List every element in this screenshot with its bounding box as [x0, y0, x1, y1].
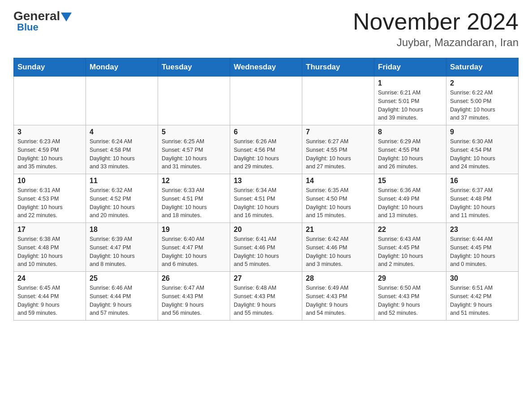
day-number: 28 [306, 274, 370, 283]
calendar-cell: 23Sunrise: 6:44 AMSunset: 4:45 PMDayligh… [446, 223, 519, 272]
day-number: 22 [378, 226, 442, 234]
calendar-cell: 1Sunrise: 6:21 AMSunset: 5:01 PMDaylight… [374, 77, 446, 125]
calendar-cell: 16Sunrise: 6:37 AMSunset: 4:48 PMDayligh… [446, 174, 519, 223]
day-number: 30 [450, 274, 515, 283]
calendar-cell [302, 77, 374, 125]
day-number: 10 [17, 177, 82, 185]
day-number: 25 [90, 274, 154, 283]
weekday-header-row: SundayMondayTuesdayWednesdayThursdayFrid… [14, 58, 519, 77]
calendar-cell: 9Sunrise: 6:30 AMSunset: 4:54 PMDaylight… [446, 125, 519, 174]
day-info: Sunrise: 6:46 AMSunset: 4:44 PMDaylight:… [90, 284, 154, 317]
calendar-table: SundayMondayTuesdayWednesdayThursdayFrid… [13, 58, 519, 321]
day-info: Sunrise: 6:22 AMSunset: 5:00 PMDaylight:… [450, 89, 515, 122]
logo: General Blue [13, 9, 72, 33]
calendar-cell: 18Sunrise: 6:39 AMSunset: 4:47 PMDayligh… [86, 223, 158, 272]
day-info: Sunrise: 6:26 AMSunset: 4:56 PMDaylight:… [234, 137, 298, 171]
calendar-cell: 11Sunrise: 6:32 AMSunset: 4:52 PMDayligh… [86, 174, 158, 223]
weekday-header-saturday: Saturday [446, 58, 519, 77]
day-number: 29 [378, 274, 442, 283]
day-info: Sunrise: 6:49 AMSunset: 4:43 PMDaylight:… [306, 284, 370, 317]
day-info: Sunrise: 6:32 AMSunset: 4:52 PMDaylight:… [90, 186, 154, 220]
calendar-week-row: 10Sunrise: 6:31 AMSunset: 4:53 PMDayligh… [14, 174, 519, 223]
page-header: General Blue November 2024 Juybar, Mazan… [13, 9, 519, 49]
logo-blue-text: Blue [17, 21, 39, 33]
title-area: November 2024 Juybar, Mazandaran, Iran [353, 9, 519, 49]
day-number: 1 [378, 79, 442, 87]
day-number: 7 [306, 128, 370, 136]
day-info: Sunrise: 6:50 AMSunset: 4:43 PMDaylight:… [378, 284, 442, 317]
calendar-cell [158, 77, 230, 125]
day-number: 17 [17, 226, 82, 234]
day-number: 11 [90, 177, 154, 185]
day-number: 5 [162, 128, 226, 136]
calendar-cell: 8Sunrise: 6:29 AMSunset: 4:55 PMDaylight… [374, 125, 446, 174]
calendar-cell: 7Sunrise: 6:27 AMSunset: 4:55 PMDaylight… [302, 125, 374, 174]
day-info: Sunrise: 6:23 AMSunset: 4:59 PMDaylight:… [17, 137, 82, 171]
calendar-cell: 29Sunrise: 6:50 AMSunset: 4:43 PMDayligh… [374, 272, 446, 321]
day-info: Sunrise: 6:43 AMSunset: 4:45 PMDaylight:… [378, 235, 442, 269]
calendar-cell: 21Sunrise: 6:42 AMSunset: 4:46 PMDayligh… [302, 223, 374, 272]
weekday-header-tuesday: Tuesday [158, 58, 230, 77]
day-info: Sunrise: 6:48 AMSunset: 4:43 PMDaylight:… [234, 284, 298, 317]
calendar-week-row: 1Sunrise: 6:21 AMSunset: 5:01 PMDaylight… [14, 77, 519, 125]
logo-triangle-icon [61, 13, 72, 21]
calendar-cell: 3Sunrise: 6:23 AMSunset: 4:59 PMDaylight… [14, 125, 86, 174]
day-number: 21 [306, 226, 370, 234]
day-number: 18 [90, 226, 154, 234]
day-info: Sunrise: 6:33 AMSunset: 4:51 PMDaylight:… [162, 186, 226, 220]
day-number: 27 [234, 274, 298, 283]
day-number: 19 [162, 226, 226, 234]
calendar-cell: 10Sunrise: 6:31 AMSunset: 4:53 PMDayligh… [14, 174, 86, 223]
calendar-cell: 22Sunrise: 6:43 AMSunset: 4:45 PMDayligh… [374, 223, 446, 272]
weekday-header-wednesday: Wednesday [230, 58, 302, 77]
weekday-header-friday: Friday [374, 58, 446, 77]
calendar-cell: 19Sunrise: 6:40 AMSunset: 4:47 PMDayligh… [158, 223, 230, 272]
day-info: Sunrise: 6:21 AMSunset: 5:01 PMDaylight:… [378, 89, 442, 122]
day-info: Sunrise: 6:51 AMSunset: 4:42 PMDaylight:… [450, 284, 515, 317]
calendar-cell: 26Sunrise: 6:47 AMSunset: 4:43 PMDayligh… [158, 272, 230, 321]
day-number: 12 [162, 177, 226, 185]
day-info: Sunrise: 6:36 AMSunset: 4:49 PMDaylight:… [378, 186, 442, 220]
day-info: Sunrise: 6:34 AMSunset: 4:51 PMDaylight:… [234, 186, 298, 220]
day-number: 13 [234, 177, 298, 185]
day-number: 9 [450, 128, 515, 136]
day-info: Sunrise: 6:38 AMSunset: 4:48 PMDaylight:… [17, 235, 82, 269]
day-number: 3 [17, 128, 82, 136]
calendar-cell: 28Sunrise: 6:49 AMSunset: 4:43 PMDayligh… [302, 272, 374, 321]
day-info: Sunrise: 6:45 AMSunset: 4:44 PMDaylight:… [17, 284, 82, 317]
calendar-cell: 13Sunrise: 6:34 AMSunset: 4:51 PMDayligh… [230, 174, 302, 223]
day-info: Sunrise: 6:24 AMSunset: 4:58 PMDaylight:… [90, 137, 154, 171]
day-info: Sunrise: 6:41 AMSunset: 4:46 PMDaylight:… [234, 235, 298, 269]
month-title: November 2024 [353, 9, 519, 34]
day-number: 8 [378, 128, 442, 136]
day-info: Sunrise: 6:42 AMSunset: 4:46 PMDaylight:… [306, 235, 370, 269]
calendar-week-row: 17Sunrise: 6:38 AMSunset: 4:48 PMDayligh… [14, 223, 519, 272]
day-number: 26 [162, 274, 226, 283]
calendar-cell: 30Sunrise: 6:51 AMSunset: 4:42 PMDayligh… [446, 272, 519, 321]
day-number: 2 [450, 79, 515, 87]
day-info: Sunrise: 6:27 AMSunset: 4:55 PMDaylight:… [306, 137, 370, 171]
day-info: Sunrise: 6:35 AMSunset: 4:50 PMDaylight:… [306, 186, 370, 220]
day-number: 20 [234, 226, 298, 234]
day-number: 24 [17, 274, 82, 283]
calendar-cell: 4Sunrise: 6:24 AMSunset: 4:58 PMDaylight… [86, 125, 158, 174]
day-number: 14 [306, 177, 370, 185]
calendar-cell: 20Sunrise: 6:41 AMSunset: 4:46 PMDayligh… [230, 223, 302, 272]
calendar-cell [86, 77, 158, 125]
day-info: Sunrise: 6:39 AMSunset: 4:47 PMDaylight:… [90, 235, 154, 269]
calendar-cell: 15Sunrise: 6:36 AMSunset: 4:49 PMDayligh… [374, 174, 446, 223]
calendar-cell: 14Sunrise: 6:35 AMSunset: 4:50 PMDayligh… [302, 174, 374, 223]
day-info: Sunrise: 6:29 AMSunset: 4:55 PMDaylight:… [378, 137, 442, 171]
weekday-header-monday: Monday [86, 58, 158, 77]
day-number: 6 [234, 128, 298, 136]
location-subtitle: Juybar, Mazandaran, Iran [353, 36, 519, 49]
day-info: Sunrise: 6:31 AMSunset: 4:53 PMDaylight:… [17, 186, 82, 220]
day-info: Sunrise: 6:25 AMSunset: 4:57 PMDaylight:… [162, 137, 226, 171]
day-info: Sunrise: 6:30 AMSunset: 4:54 PMDaylight:… [450, 137, 515, 171]
calendar-cell: 12Sunrise: 6:33 AMSunset: 4:51 PMDayligh… [158, 174, 230, 223]
calendar-cell [14, 77, 86, 125]
day-number: 23 [450, 226, 515, 234]
calendar-cell: 2Sunrise: 6:22 AMSunset: 5:00 PMDaylight… [446, 77, 519, 125]
calendar-cell: 17Sunrise: 6:38 AMSunset: 4:48 PMDayligh… [14, 223, 86, 272]
weekday-header-thursday: Thursday [302, 58, 374, 77]
